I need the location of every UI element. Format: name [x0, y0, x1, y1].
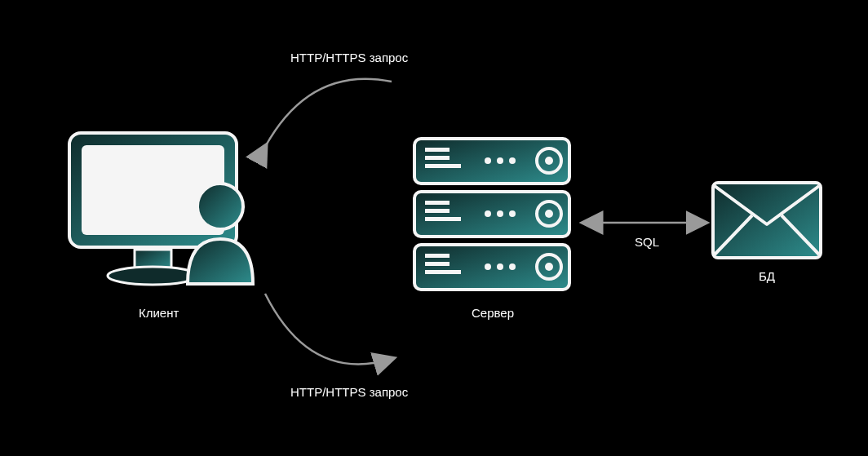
svg-point-19: [497, 210, 503, 217]
server-label: Сервер: [472, 306, 514, 320]
server-icon: [410, 135, 574, 298]
svg-point-13: [545, 157, 553, 165]
svg-rect-15: [425, 201, 450, 205]
svg-point-10: [497, 157, 503, 164]
svg-rect-26: [425, 270, 461, 274]
svg-point-22: [545, 210, 553, 218]
svg-rect-32: [713, 183, 821, 258]
database-icon: [710, 179, 824, 261]
svg-rect-7: [425, 156, 450, 160]
svg-rect-6: [425, 148, 450, 152]
svg-point-31: [545, 263, 553, 271]
svg-rect-25: [425, 262, 450, 266]
client-icon: [65, 129, 269, 308]
arrow-top: [245, 57, 424, 179]
svg-point-20: [509, 210, 516, 217]
svg-point-4: [197, 184, 243, 229]
svg-point-9: [485, 157, 491, 164]
svg-rect-24: [425, 254, 450, 258]
svg-point-28: [497, 263, 503, 270]
svg-rect-8: [425, 164, 461, 168]
arrow-bottom: [245, 269, 424, 392]
request-top-label: HTTP/HTTPS запрос: [290, 51, 408, 64]
svg-rect-16: [425, 209, 450, 213]
svg-point-11: [509, 157, 516, 164]
client-label: Клиент: [139, 306, 179, 320]
sql-label: SQL: [635, 235, 659, 249]
svg-point-27: [485, 263, 491, 270]
arrow-sql: [575, 210, 714, 235]
svg-rect-17: [425, 217, 461, 221]
request-bottom-label: HTTP/HTTPS запрос: [290, 385, 408, 399]
svg-point-18: [485, 210, 491, 217]
svg-point-29: [509, 263, 516, 270]
diagram-canvas: Клиент: [0, 0, 868, 456]
database-label: БД: [759, 269, 775, 283]
svg-point-3: [108, 267, 197, 285]
